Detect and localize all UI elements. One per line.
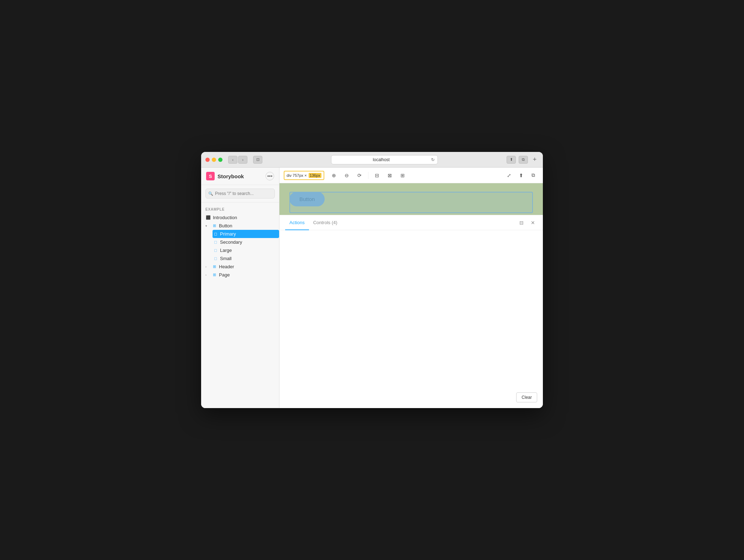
tree-section: EXAMPLE ⬛ Introduction ▾ ⊞ Button ◻ Prim [201, 202, 279, 280]
sidebar-item-introduction[interactable]: ⬛ Introduction [205, 213, 279, 222]
panel-layout-button[interactable]: ⊟ [517, 218, 526, 227]
preview-button[interactable]: Button [289, 192, 325, 206]
collapse-arrow-icon: › [205, 265, 210, 269]
dimension-text: div 757px × [287, 173, 308, 178]
panel-content: Clear [279, 230, 543, 408]
toolbar-separator [368, 172, 368, 179]
content-area: div 757px × 136px ⊕ ⊖ ⟳ ⊟ ⊠ ⊞ ⤢ ⬆ ⧉ Butt… [279, 168, 543, 408]
collapse-arrow-icon: › [205, 273, 210, 277]
maximize-button[interactable] [218, 158, 222, 162]
tab-controls[interactable]: Controls (4) [309, 215, 342, 230]
minimize-button[interactable] [212, 158, 216, 162]
dimension-badge: div 757px × 136px [284, 171, 324, 180]
grid-multi-button[interactable]: ⊞ [397, 170, 408, 180]
duplicate-tab-button[interactable]: ⧉ [519, 156, 528, 164]
address-bar-container: localhost ↻ [265, 155, 504, 164]
search-container: 🔍 [201, 185, 279, 202]
sidebar-toggle-button[interactable]: ⊡ [253, 156, 262, 164]
panel-close-button[interactable]: ✕ [529, 218, 537, 227]
button-children: ◻ Primary ◻ Secondary ◻ Large ◻ Small [205, 230, 279, 263]
zoom-in-button[interactable]: ⊕ [329, 170, 339, 180]
storybook-logo-icon: S [206, 172, 215, 180]
sidebar-item-label: Small [220, 256, 232, 261]
sidebar-header: S Storybook ••• [201, 168, 279, 185]
forward-button[interactable]: › [238, 156, 247, 164]
sidebar-item-primary[interactable]: ◻ Primary [213, 230, 279, 238]
collapse-arrow-icon: ▾ [205, 224, 210, 228]
sidebar-item-page[interactable]: › ⊞ Page [205, 271, 279, 279]
search-wrapper: 🔍 [205, 189, 275, 199]
sidebar-item-label: Button [219, 223, 232, 228]
story-icon: ◻ [213, 256, 218, 261]
sidebar-item-label: Header [219, 264, 234, 269]
panel-tab-right: ⊟ ✕ [517, 218, 537, 227]
grid-double-button[interactable]: ⊠ [384, 170, 395, 180]
toolbar-right: ⤢ ⬆ ⧉ [504, 170, 539, 180]
sidebar-item-label: Introduction [213, 215, 237, 220]
sidebar-item-label: Page [219, 272, 230, 278]
component-icon: ⊞ [211, 223, 217, 228]
main-layout: S Storybook ••• 🔍 EXAMPLE ⬛ Introduction [201, 168, 543, 408]
share-button[interactable]: ⬆ [507, 156, 516, 164]
bottom-panel: Actions Controls (4) ⊟ ✕ Clear [279, 215, 543, 408]
preview-highlight-box [289, 192, 533, 213]
search-input[interactable] [205, 189, 275, 199]
sidebar-menu-button[interactable]: ••• [266, 172, 274, 180]
new-tab-button[interactable]: ⧉ [528, 170, 539, 180]
sidebar-item-label: Large [220, 248, 232, 253]
fullscreen-button[interactable]: ⤢ [504, 170, 514, 180]
traffic-lights [205, 158, 222, 162]
storybook-logo-text: Storybook [218, 173, 244, 179]
share-story-button[interactable]: ⬆ [516, 170, 526, 180]
grid-single-button[interactable]: ⊟ [372, 170, 382, 180]
sidebar-item-button[interactable]: ▾ ⊞ Button [205, 222, 279, 230]
search-icon: 🔍 [208, 191, 213, 196]
doc-icon: ⬛ [205, 215, 211, 220]
story-icon: ◻ [213, 232, 218, 236]
add-tab-button[interactable]: + [531, 156, 539, 164]
component-icon: ⊞ [211, 273, 217, 277]
storybook-logo: S Storybook [206, 172, 244, 180]
story-icon: ◻ [213, 240, 218, 244]
titlebar-right: ⬆ ⧉ + [507, 156, 539, 164]
sidebar-item-label: Secondary [220, 239, 242, 245]
browser-window: ‹ › ⊡ localhost ↻ ⬆ ⧉ + S Storybook [201, 152, 543, 408]
sidebar-item-large[interactable]: ◻ Large [213, 246, 279, 254]
toolbar: div 757px × 136px ⊕ ⊖ ⟳ ⊟ ⊠ ⊞ ⤢ ⬆ ⧉ [279, 168, 543, 183]
sidebar-item-header[interactable]: › ⊞ Header [205, 263, 279, 271]
tab-actions[interactable]: Actions [285, 215, 309, 230]
section-label: EXAMPLE [205, 207, 279, 211]
back-button[interactable]: ‹ [228, 156, 237, 164]
component-icon: ⊞ [211, 264, 217, 269]
sidebar-item-small[interactable]: ◻ Small [213, 254, 279, 263]
address-bar[interactable]: localhost ↻ [331, 155, 438, 164]
sidebar-item-secondary[interactable]: ◻ Secondary [213, 238, 279, 246]
sidebar: S Storybook ••• 🔍 EXAMPLE ⬛ Introduction [201, 168, 279, 408]
story-icon: ◻ [213, 248, 218, 253]
preview-area: Button [279, 183, 543, 215]
refresh-button[interactable]: ↻ [431, 157, 435, 162]
titlebar: ‹ › ⊡ localhost ↻ ⬆ ⧉ + [201, 152, 543, 168]
sidebar-item-label: Primary [220, 231, 236, 237]
clear-button[interactable]: Clear [516, 392, 537, 402]
close-button[interactable] [205, 158, 210, 162]
panel-tabs: Actions Controls (4) ⊟ ✕ [279, 215, 543, 230]
nav-buttons: ‹ › [228, 156, 247, 164]
zoom-reset-button[interactable]: ⟳ [354, 170, 365, 180]
dimension-highlight: 136px [309, 173, 321, 178]
zoom-out-button[interactable]: ⊖ [341, 170, 352, 180]
address-text: localhost [334, 157, 428, 162]
